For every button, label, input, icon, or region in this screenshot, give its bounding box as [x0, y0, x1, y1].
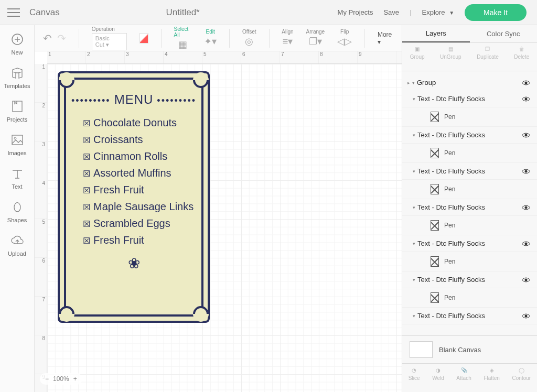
templates-icon: [10, 66, 24, 80]
tab-color-sync[interactable]: Color Sync: [470, 25, 538, 42]
arrange-dropdown[interactable]: Arrange ❐▾: [306, 29, 325, 47]
flip-icon: ◁▷: [337, 36, 352, 47]
slice-action[interactable]: ◔Slice: [409, 367, 420, 392]
make-it-button[interactable]: Make It: [465, 4, 527, 21]
layer-sub-pen[interactable]: Pen: [402, 252, 537, 271]
more-dropdown[interactable]: More ▾: [378, 31, 393, 46]
zoom-level: 100%: [53, 375, 69, 383]
layer-text-item[interactable]: ▾ Text - Dtc Fluffy Socks: [402, 308, 537, 324]
eye-icon[interactable]: [521, 204, 531, 211]
operation-group[interactable]: Operation Basic Cut ▾: [92, 26, 127, 50]
upload-tool[interactable]: Upload: [0, 234, 34, 257]
eye-icon[interactable]: [521, 313, 531, 319]
offset-button[interactable]: Offset ◎: [242, 29, 256, 47]
select-all-button[interactable]: Select All ▦: [174, 26, 192, 50]
layer-sub-pen[interactable]: Pen: [402, 107, 537, 127]
canvas-stage[interactable]: 123456789 123456789 ••••••••• MENU •••••…: [35, 51, 402, 392]
sidebar: New Templates Projects Images Text Shape…: [0, 25, 35, 392]
contour-action[interactable]: ◯Contour: [512, 367, 531, 392]
text-tool[interactable]: Text: [0, 167, 34, 190]
chevron-down-icon: ▼: [449, 10, 454, 16]
align-dropdown[interactable]: Align ≡▾: [282, 29, 293, 47]
operation-select[interactable]: Basic Cut ▾: [92, 33, 127, 50]
menu-item: Fresh Fruit: [83, 181, 201, 198]
document-title[interactable]: Untitled*: [28, 7, 338, 18]
magic-wand-icon: ✦▾: [204, 36, 217, 47]
svg-point-10: [525, 278, 528, 281]
new-tool[interactable]: New: [0, 32, 34, 56]
flatten-icon: ◈: [490, 367, 494, 373]
my-projects-link[interactable]: My Projects: [338, 8, 373, 16]
redo-button[interactable]: ↷: [57, 32, 66, 45]
shapes-icon: [10, 200, 24, 214]
plus-circle-icon: [10, 32, 24, 46]
images-tool[interactable]: Images: [0, 133, 34, 156]
eye-icon[interactable]: [521, 80, 531, 86]
flatten-action[interactable]: ◈Flatten: [484, 367, 500, 392]
projects-icon: [10, 100, 24, 113]
undo-button[interactable]: ↶: [43, 32, 52, 45]
delete-action[interactable]: 🗑Delete: [514, 46, 529, 71]
images-icon: [10, 133, 24, 147]
caret-down-icon: ▾: [413, 133, 415, 138]
weld-action[interactable]: ◑Weld: [432, 367, 444, 392]
attach-action[interactable]: 📎Attach: [456, 367, 471, 392]
layer-text-item[interactable]: ▾ Text - Dtc Fluffy Socks: [402, 271, 537, 288]
group-action[interactable]: ▣Group: [410, 46, 425, 71]
eye-icon[interactable]: [521, 277, 531, 283]
layer-text-item[interactable]: ▾ Text - Dtc Fluffy Socks: [402, 91, 537, 107]
shapes-tool[interactable]: Shapes: [0, 200, 34, 223]
eye-icon[interactable]: [521, 132, 531, 138]
align-icon: ≡▾: [283, 36, 293, 47]
templates-tool[interactable]: Templates: [0, 66, 34, 89]
layer-text-item[interactable]: ▾ Text - Dtc Fluffy Socks: [402, 163, 537, 180]
menu-item-list: Chocolate DonutsCroissantsCinnamon Rolls…: [83, 114, 201, 248]
duplicate-action[interactable]: ❐Duplicate: [477, 46, 499, 71]
ruler-horizontal: 123456789: [47, 51, 402, 64]
flourish-icon: ❀: [66, 255, 201, 272]
eye-icon[interactable]: [521, 168, 531, 175]
layer-group[interactable]: ▸ ▾ Group: [402, 74, 537, 91]
draw-swatch[interactable]: [139, 33, 148, 43]
projects-tool[interactable]: Projects: [0, 100, 34, 123]
weld-icon: ◑: [436, 367, 441, 373]
svg-point-6: [525, 134, 528, 136]
attach-icon: 📎: [461, 367, 467, 373]
select-all-icon: ▦: [178, 39, 187, 50]
save-button[interactable]: Save: [383, 8, 399, 16]
layer-text-item[interactable]: ▾ Text - Dtc Fluffy Socks: [402, 127, 537, 144]
ungroup-action[interactable]: ▤UnGroup: [440, 46, 461, 71]
menu-card-design[interactable]: ••••••••• MENU ••••••••• Chocolate Donut…: [58, 71, 210, 323]
ruler-vertical: 123456789: [35, 64, 47, 392]
flip-dropdown[interactable]: Flip ◁▷: [337, 29, 352, 47]
svg-point-7: [525, 170, 528, 172]
menu-icon[interactable]: [7, 6, 20, 19]
trash-icon: 🗑: [519, 46, 524, 52]
edit-toolbar: ↶ ↷ Operation Basic Cut ▾ Select All ▦ E…: [35, 25, 402, 51]
contour-icon: ◯: [519, 367, 524, 373]
zoom-in-button[interactable]: +: [73, 375, 77, 383]
svg-point-5: [525, 97, 528, 100]
zoom-out-button[interactable]: −: [45, 375, 49, 383]
tab-layers[interactable]: Layers: [402, 25, 470, 42]
caret-down-icon: ▾: [413, 241, 415, 246]
pen-layer-icon: [431, 220, 439, 231]
explore-dropdown[interactable]: Explore ▼: [422, 8, 454, 16]
caret-down-icon: ▾: [413, 277, 415, 282]
layer-text-item[interactable]: ▾ Text - Dtc Fluffy Socks: [402, 199, 537, 216]
canvas-color[interactable]: Blank Canvas: [402, 335, 537, 364]
eye-icon[interactable]: [521, 96, 531, 102]
edit-dropdown[interactable]: Edit ✦▾: [204, 29, 217, 47]
eye-icon[interactable]: [521, 241, 531, 247]
layer-sub-pen[interactable]: Pen: [402, 144, 537, 163]
menu-item: Scrambled Eggs: [83, 215, 201, 232]
duplicate-icon: ❐: [485, 46, 490, 52]
layer-sub-pen[interactable]: Pen: [402, 180, 537, 199]
group-icon: ▣: [415, 46, 420, 52]
zoom-control[interactable]: − 100% +: [40, 373, 82, 385]
caret-down-icon: ▾: [413, 205, 415, 210]
layer-sub-pen[interactable]: Pen: [402, 288, 537, 308]
layer-text-item[interactable]: ▾ Text - Dtc Fluffy Socks: [402, 235, 537, 252]
divider: |: [410, 8, 411, 16]
layer-sub-pen[interactable]: Pen: [402, 216, 537, 235]
